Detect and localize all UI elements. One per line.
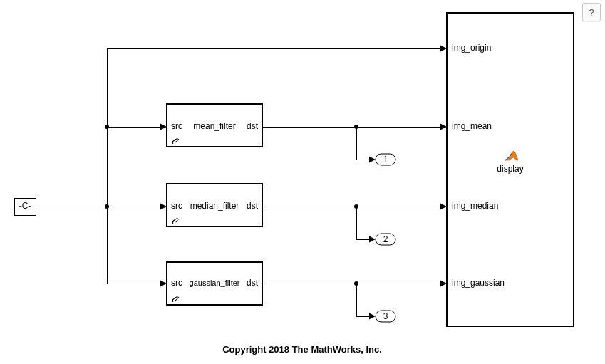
gaussian-filter-block[interactable]: src gaussian_filter dst — [167, 262, 262, 305]
gaussian-filter-in-label: src — [171, 278, 182, 288]
outport-3-label: 3 — [383, 311, 388, 321]
display-port-mean-label: img_mean — [452, 121, 492, 131]
outport-1[interactable]: 1 — [376, 154, 395, 165]
simulink-canvas: -C- src mean_filter dst 1 — [0, 0, 605, 364]
constant-block[interactable]: -C- — [14, 198, 36, 215]
svg-marker-6 — [440, 124, 447, 130]
wire-to-mean-filter — [107, 124, 167, 130]
wire-to-median-filter — [107, 204, 167, 210]
display-port-median-label: img_median — [452, 201, 498, 211]
display-block-label: display — [497, 164, 523, 174]
mean-filter-in-label: src — [171, 121, 182, 131]
wire-to-img-origin — [107, 46, 447, 52]
constant-block-label: -C- — [19, 201, 31, 211]
wire-constant-to-bus — [36, 48, 109, 284]
wire-median-to-display — [262, 204, 447, 243]
footer-copyright: Copyright 2018 The MathWorks, Inc. — [222, 344, 382, 355]
svg-marker-20 — [369, 313, 376, 320]
median-filter-block[interactable]: src median_filter dst — [167, 184, 262, 227]
display-port-gaussian-label: img_gaussian — [452, 278, 505, 288]
svg-marker-17 — [160, 281, 167, 287]
outport-2[interactable]: 2 — [376, 234, 395, 245]
wire-mean-to-display — [262, 124, 447, 163]
gaussian-filter-out-label: dst — [247, 278, 259, 288]
median-filter-name: median_filter — [190, 201, 239, 211]
svg-marker-11 — [160, 204, 167, 210]
svg-marker-5 — [160, 124, 167, 130]
svg-marker-14 — [369, 236, 376, 243]
mean-filter-name: mean_filter — [193, 121, 235, 131]
svg-marker-18 — [440, 281, 447, 287]
mean-filter-block[interactable]: src mean_filter dst — [167, 104, 262, 147]
svg-marker-3 — [440, 46, 447, 52]
median-filter-out-label: dst — [247, 201, 259, 211]
wire-to-gaussian-filter — [107, 281, 167, 287]
display-block[interactable]: img_origin img_mean img_median img_gauss… — [447, 13, 574, 326]
outport-3[interactable]: 3 — [376, 311, 395, 322]
outport-2-label: 2 — [383, 234, 388, 244]
display-port-origin-label: img_origin — [452, 43, 491, 53]
svg-marker-8 — [369, 157, 376, 163]
help-button[interactable]: ? — [582, 3, 601, 21]
outport-1-label: 1 — [383, 155, 388, 165]
wire-gaussian-to-display — [262, 281, 447, 320]
median-filter-in-label: src — [171, 201, 182, 211]
svg-marker-12 — [440, 204, 447, 210]
gaussian-filter-name: gaussian_filter — [190, 279, 240, 287]
mean-filter-out-label: dst — [247, 121, 259, 131]
help-button-label: ? — [589, 7, 594, 18]
